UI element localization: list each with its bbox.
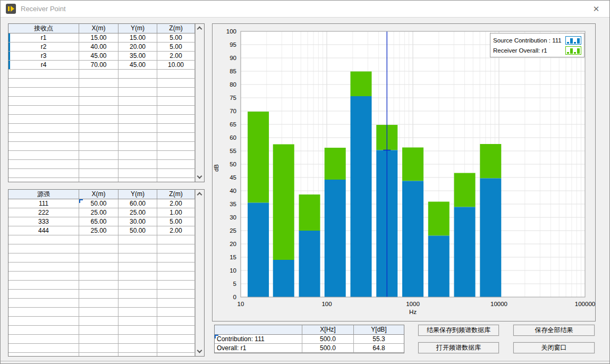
table-cell[interactable] [118, 353, 157, 357]
table-cell[interactable] [118, 169, 157, 178]
table-cell[interactable] [9, 272, 79, 281]
table-cell[interactable] [157, 88, 195, 97]
table-cell[interactable]: 500.0 [302, 344, 354, 353]
table-cell[interactable] [9, 88, 79, 97]
table-cell[interactable] [118, 272, 157, 281]
table-cell[interactable] [118, 124, 157, 133]
table-cell[interactable] [79, 335, 118, 344]
contribution-bar-segment[interactable] [248, 203, 269, 298]
table-cell[interactable] [79, 263, 118, 272]
table-cell[interactable]: Overall: r1 [215, 344, 302, 353]
table-cell[interactable]: 60.00 [118, 199, 157, 208]
overall-bar-segment[interactable] [428, 202, 450, 236]
table-cell[interactable]: 10.00 [157, 61, 195, 70]
table-cell[interactable] [157, 281, 195, 290]
table-cell[interactable] [118, 160, 157, 169]
table-cell[interactable]: 222 [9, 208, 79, 217]
table-cell[interactable] [157, 169, 195, 178]
table-cell[interactable] [118, 79, 157, 88]
table-cell[interactable] [79, 344, 118, 353]
table-cell[interactable] [118, 317, 157, 326]
contribution-bar-segment[interactable] [480, 179, 501, 298]
table-cell[interactable] [157, 70, 195, 79]
table-cell[interactable] [157, 151, 195, 160]
table-cell[interactable] [79, 235, 118, 244]
table-cell[interactable]: 15.00 [79, 33, 118, 43]
table-cell[interactable] [9, 353, 79, 357]
table-cell[interactable]: r1 [9, 33, 79, 43]
table-cell[interactable] [157, 106, 195, 115]
table-cell[interactable]: 111 [9, 199, 79, 208]
table-cell[interactable] [79, 272, 118, 281]
close-icon[interactable]: ✕ [591, 4, 601, 14]
table-cell[interactable] [157, 326, 195, 335]
table-cell[interactable]: 2.00 [157, 226, 195, 235]
table-cell[interactable]: 15.00 [118, 33, 157, 43]
table-cell[interactable] [157, 178, 195, 182]
table-cell[interactable] [157, 272, 195, 281]
source-table-scrollbar[interactable] [195, 190, 204, 356]
table-cell[interactable] [118, 253, 157, 263]
table-cell[interactable] [157, 133, 195, 142]
table-cell[interactable] [79, 70, 118, 79]
table-cell[interactable] [9, 253, 79, 263]
table-cell[interactable]: 64.8 [354, 344, 404, 353]
scroll-up-icon[interactable] [196, 190, 204, 199]
overall-bar-segment[interactable] [273, 145, 294, 260]
chart-legend[interactable]: Source Contribution : 111 Receiver Overa… [490, 33, 584, 57]
table-cell[interactable] [79, 178, 118, 182]
table-cell[interactable] [157, 79, 195, 88]
table-cell[interactable] [9, 97, 79, 106]
table-cell[interactable] [157, 290, 195, 299]
table-cell[interactable] [157, 124, 195, 133]
table-cell[interactable]: 50.00 [118, 226, 157, 235]
table-cell[interactable] [79, 290, 118, 299]
table-cell[interactable] [79, 79, 118, 88]
contribution-bar-segment[interactable] [299, 231, 320, 297]
contribution-bar-segment[interactable] [402, 181, 423, 298]
table-cell[interactable] [118, 335, 157, 344]
table-cell[interactable] [157, 244, 195, 253]
table-cell[interactable] [157, 142, 195, 151]
overall-bar-segment[interactable] [248, 112, 269, 203]
table-cell[interactable]: r2 [9, 43, 79, 52]
table-cell[interactable]: r3 [9, 52, 79, 61]
table-cell[interactable]: 5.00 [157, 33, 195, 43]
table-cell[interactable] [9, 169, 79, 178]
overall-bar-segment[interactable] [480, 144, 501, 179]
table-cell[interactable] [79, 160, 118, 169]
table-cell[interactable] [79, 151, 118, 160]
contribution-bar-segment[interactable] [454, 207, 476, 298]
table-cell[interactable] [157, 253, 195, 263]
table-cell[interactable] [79, 281, 118, 290]
overall-bar-segment[interactable] [299, 194, 320, 231]
table-cell[interactable] [9, 70, 79, 79]
table-cell[interactable] [118, 115, 157, 124]
scroll-down-icon[interactable] [196, 173, 204, 182]
table-cell[interactable]: 25.00 [79, 208, 118, 217]
table-cell[interactable] [118, 106, 157, 115]
spectrum-chart[interactable]: 0510152025303540455055606570758085909510… [213, 24, 595, 321]
table-cell[interactable] [79, 317, 118, 326]
table-cell[interactable] [157, 308, 195, 317]
table-cell[interactable] [118, 97, 157, 106]
table-cell[interactable]: 45.00 [118, 61, 157, 70]
table-cell[interactable] [79, 142, 118, 151]
table-cell[interactable] [157, 115, 195, 124]
table-cell[interactable]: r4 [9, 61, 79, 70]
table-cell[interactable]: 40.00 [79, 43, 118, 52]
table-cell[interactable] [118, 299, 157, 308]
table-cell[interactable]: 1.00 [157, 208, 195, 217]
table-cell[interactable] [157, 344, 195, 353]
table-cell[interactable]: 25.00 [79, 226, 118, 235]
table-cell[interactable]: 25.00 [118, 208, 157, 217]
table-cell[interactable] [9, 79, 79, 88]
open-spectrum-db-button[interactable]: 打开频谱数据库 [418, 342, 499, 353]
table-cell[interactable]: 444 [9, 226, 79, 235]
table-cell[interactable] [118, 142, 157, 151]
table-cell[interactable] [9, 178, 79, 182]
table-cell[interactable] [118, 308, 157, 317]
table-cell[interactable] [79, 244, 118, 253]
table-cell[interactable] [118, 263, 157, 272]
table-cell[interactable] [9, 244, 79, 253]
